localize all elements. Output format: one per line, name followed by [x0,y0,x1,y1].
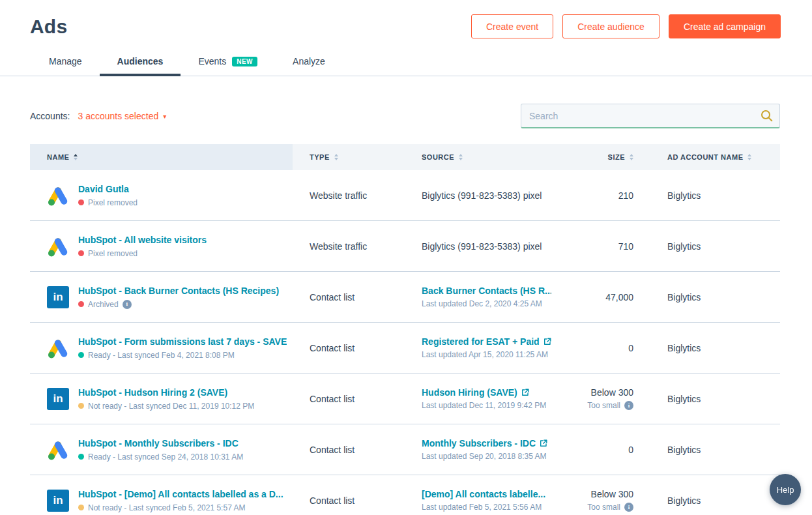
name-cell: HubSpot - Monthly Subscribers - IDC Read… [30,438,293,462]
ad-account-cell: Biglytics [649,445,780,455]
source-link[interactable]: Registered for ESAT + Paid [422,336,540,347]
table-row: David Gutla Pixel removed Website traffi… [30,170,780,221]
size-cell: 210 [551,190,649,201]
source-link[interactable]: Monthly Subscribers - IDC [422,438,536,449]
linkedin-icon: in [47,286,69,308]
audiences-table: NAME TYPE SOURCE SIZE AD ACCOUNT NAME [30,144,780,515]
search-icon[interactable] [761,110,773,122]
status-text: Not ready - Last synced Feb 5, 2021 5:57… [88,503,245,512]
name-wrap: David Gutla Pixel removed [78,184,138,207]
status-dot [78,403,84,409]
main-content: Accounts: 3 accounts selected ▾ NAME TYP… [0,104,812,515]
sort-icon [459,154,463,160]
size-value: Below 300 [551,387,633,398]
audience-name-link[interactable]: David Gutla [78,184,138,194]
name-wrap: HubSpot - [Demo] All contacts labelled a… [78,489,283,512]
ad-account-cell: Biglytics [649,190,780,201]
page-title: Ads [30,16,67,38]
table-row: HubSpot - All website visitors Pixel rem… [30,221,780,272]
column-header-ad-account-name[interactable]: AD ACCOUNT NAME [649,144,780,170]
status-dot [78,250,84,256]
search-input[interactable] [521,104,780,128]
size-cell: 710 [551,241,649,252]
status-row: Pixel removed [78,249,207,258]
column-label: SIZE [608,153,625,161]
info-icon[interactable]: i [624,401,633,410]
audience-name-link[interactable]: HubSpot - Hudson Hiring 2 (SAVE) [78,387,254,398]
type-cell: Contact list [293,343,405,353]
size-note-text: Too small [587,401,620,410]
source-main: Registered for ESAT + Paid [422,336,551,347]
ad-account-cell: Biglytics [649,343,780,353]
status-text: Archived [88,300,119,309]
create-ad-campaign-button[interactable]: Create ad campaign [669,14,781,38]
ad-account-cell: Biglytics [649,292,780,302]
help-button[interactable]: Help [770,474,801,505]
source-cell: Monthly Subscribers - IDC Last updated S… [405,438,551,461]
source-link[interactable]: Back Burner Contacts (HS R... [422,286,551,296]
table-row: in HubSpot - Hudson Hiring 2 (SAVE) Not … [30,374,780,424]
accounts-select-value: 3 accounts selected [78,111,158,121]
external-link-icon[interactable] [521,389,529,396]
table-row: in HubSpot - [Demo] All contacts labelle… [30,475,780,515]
status-text: Pixel removed [88,198,138,207]
audience-name-link[interactable]: HubSpot - Monthly Subscribers - IDC [78,438,243,449]
ad-account-cell: Biglytics [649,241,780,252]
status-row: Ready - Last synced Feb 4, 2021 8:08 PM [78,351,287,360]
tab-audiences[interactable]: Audiences [100,49,181,76]
source-cell: Biglytics (991-823-5383) pixel [405,190,551,201]
size-cell: 47,000 [551,292,649,302]
size-cell: 0 [551,445,649,455]
audience-name-link[interactable]: HubSpot - Back Burner Contacts (HS Recip… [78,286,279,296]
source-link[interactable]: Hudson Hiring (SAVE) [422,387,517,398]
ad-account-cell: Biglytics [649,495,780,506]
size-value: 0 [551,343,633,353]
source-updated: Last updated Dec 11, 2019 9:42 PM [422,401,551,410]
info-icon[interactable]: i [624,503,633,512]
status-text: Not ready - Last synced Dec 11, 2019 10:… [88,402,254,411]
tab-events[interactable]: Events NEW [181,49,275,76]
source-text: Biglytics (991-823-5383) pixel [422,190,542,201]
source-updated: Last updated Feb 5, 2021 5:56 AM [422,503,551,512]
column-header-source[interactable]: SOURCE [405,144,551,170]
type-cell: Website traffic [293,241,405,252]
source-link[interactable]: [Demo] All contacts labelle... [422,489,545,499]
source-main: Back Burner Contacts (HS R... [422,286,551,296]
column-header-name[interactable]: NAME [30,144,293,170]
audience-name-link[interactable]: HubSpot - All website visitors [78,235,207,245]
source-cell: Back Burner Contacts (HS R... Last updat… [405,286,551,308]
tab-label: Analyze [293,56,325,66]
type-cell: Contact list [293,445,405,455]
tab-analyze[interactable]: Analyze [275,49,343,76]
external-link-icon[interactable] [540,439,547,447]
tab-manage[interactable]: Manage [31,49,100,76]
name-wrap: HubSpot - Back Burner Contacts (HS Recip… [78,286,279,309]
size-note-row: Too small i [551,503,633,512]
tab-label: Manage [49,56,82,66]
google-ads-icon [47,235,69,258]
create-event-button[interactable]: Create event [471,14,553,38]
table-row: in HubSpot - Back Burner Contacts (HS Re… [30,272,780,323]
audience-name-link[interactable]: HubSpot - [Demo] All contacts labelled a… [78,489,283,499]
source-main: Biglytics (991-823-5383) pixel [422,241,551,252]
source-updated: Last updated Dec 2, 2020 4:25 AM [422,299,551,308]
source-main: Hudson Hiring (SAVE) [422,387,551,398]
external-link-icon[interactable] [544,338,551,346]
audience-name-link[interactable]: HubSpot - Form submissions last 7 days -… [78,336,287,347]
status-text: Ready - Last synced Sep 24, 2018 10:31 A… [88,452,243,462]
column-label: TYPE [310,153,330,161]
column-header-size[interactable]: SIZE [551,144,649,170]
column-header-type[interactable]: TYPE [293,144,405,170]
tab-bar: Manage Audiences Events NEW Analyze [0,49,812,76]
table-row: HubSpot - Form submissions last 7 days -… [30,323,780,374]
accounts-select-dropdown[interactable]: 3 accounts selected ▾ [78,111,166,121]
source-main: Biglytics (991-823-5383) pixel [422,190,551,201]
type-cell: Contact list [293,292,405,302]
source-updated: Last updated Apr 15, 2020 11:25 AM [422,350,551,359]
size-cell: Below 300 Too small i [551,387,649,410]
source-main: Monthly Subscribers - IDC [422,438,551,449]
name-cell: in HubSpot - [Demo] All contacts labelle… [30,489,293,512]
create-audience-button[interactable]: Create audience [562,14,660,38]
sort-icon [747,154,751,160]
status-info-icon[interactable]: i [123,300,132,309]
